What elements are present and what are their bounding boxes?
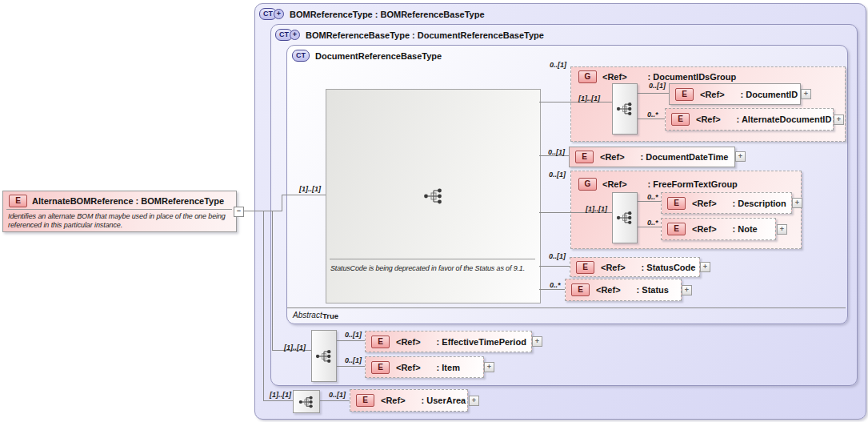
expand-icon[interactable]: + bbox=[484, 362, 494, 372]
element-icon: E bbox=[371, 361, 390, 374]
collapse-icon[interactable]: − bbox=[234, 207, 244, 217]
element-icon: E bbox=[667, 223, 686, 235]
element-icon: E bbox=[9, 195, 27, 207]
element-note[interactable]: E <Ref> : Note bbox=[661, 218, 776, 240]
element-name: : EffectiveTimePeriod bbox=[437, 337, 526, 347]
ref-label: <Ref> bbox=[692, 224, 717, 234]
ref-label: <Ref> bbox=[396, 337, 421, 347]
element-status[interactable]: E <Ref> : Status bbox=[565, 279, 682, 301]
element-alternatedocumentid[interactable]: E <Ref> : AlternateDocumentID bbox=[665, 108, 834, 131]
ref-label: <Ref> bbox=[381, 396, 406, 405]
connector-line bbox=[539, 289, 565, 290]
element-icon: E bbox=[356, 394, 374, 407]
element-name: : AlternateDocumentID bbox=[737, 115, 832, 124]
connector-line bbox=[263, 211, 264, 400]
complextype-title: BOMReferenceType : BOMReferenceBaseType bbox=[290, 10, 485, 19]
cardinality-label: [1]..[1] bbox=[299, 185, 321, 193]
complextype-title: BOMReferenceBaseType : DocumentReference… bbox=[306, 30, 544, 40]
complextype-header[interactable]: CT+ BOMReferenceType : BOMReferenceBaseT… bbox=[259, 8, 485, 20]
sequence-icon bbox=[314, 348, 334, 364]
ref-label: <Ref> bbox=[600, 152, 625, 162]
element-name: : UserArea bbox=[422, 396, 466, 405]
expand-icon[interactable]: + bbox=[700, 262, 710, 272]
divider bbox=[287, 307, 846, 308]
cardinality-label: 0..* bbox=[647, 111, 658, 119]
sequence-icon-freeformtextgroup[interactable] bbox=[612, 192, 638, 243]
sequence-icon bbox=[615, 101, 634, 117]
sequence-icon-basetype[interactable] bbox=[311, 330, 337, 382]
complextype-header[interactable]: CT DocumentReferenceBaseType bbox=[292, 50, 442, 62]
sequence-icon-documentidsgroup[interactable] bbox=[612, 83, 638, 135]
element-title: AlternateBOMReference : BOMReferenceType bbox=[32, 196, 224, 206]
group-icon: G bbox=[578, 178, 597, 191]
element-effectivetimeperiod[interactable]: E <Ref> : EffectiveTimePeriod bbox=[365, 331, 532, 352]
derived-type-icon: + bbox=[274, 9, 284, 19]
ref-label: <Ref> bbox=[602, 179, 627, 189]
element-statuscode[interactable]: E <Ref> : StatusCode bbox=[570, 257, 700, 277]
element-alternatebomreference[interactable]: E AlternateBOMReference : BOMReferenceTy… bbox=[2, 191, 237, 232]
cardinality-label: [1]..[1] bbox=[578, 94, 600, 102]
cardinality-label: [1]..[1] bbox=[586, 205, 607, 213]
element-documentid[interactable]: E <Ref> : DocumentID bbox=[669, 83, 801, 105]
divider bbox=[330, 259, 535, 259]
cardinality-label: 0..[1] bbox=[548, 148, 565, 156]
cardinality-label: 0..* bbox=[550, 281, 561, 289]
group-header[interactable]: G <Ref> : FreeFormTextGroup bbox=[578, 178, 738, 191]
sequence-icon bbox=[615, 210, 634, 226]
cardinality-label: 0..* bbox=[647, 193, 658, 201]
deprecation-note: StatusCode is being deprecated in favor … bbox=[330, 264, 525, 272]
connector-line bbox=[282, 195, 282, 211]
sequence-icon bbox=[298, 395, 315, 409]
expand-icon[interactable]: + bbox=[777, 224, 787, 235]
group-name: : DocumentIDsGroup bbox=[648, 72, 737, 82]
ref-label: <Ref> bbox=[696, 115, 721, 124]
ref-label: <Ref> bbox=[700, 90, 725, 99]
connector-line bbox=[272, 211, 273, 350]
connector-line bbox=[636, 201, 661, 202]
connector-line bbox=[636, 93, 669, 94]
ref-label: <Ref> bbox=[692, 199, 717, 208]
complextype-header[interactable]: CT+ BOMReferenceBaseType : DocumentRefer… bbox=[275, 29, 544, 41]
schema-diagram: CT+ BOMReferenceType : BOMReferenceBaseT… bbox=[0, 0, 868, 422]
cardinality-label: [1]..[1] bbox=[284, 344, 306, 352]
expand-icon[interactable]: + bbox=[801, 89, 811, 99]
element-icon: E bbox=[571, 283, 590, 296]
element-name: : StatusCode bbox=[642, 263, 696, 272]
sequence-icon bbox=[422, 187, 445, 206]
group-icon: G bbox=[578, 70, 597, 83]
expand-icon[interactable]: + bbox=[469, 396, 479, 406]
element-name: : Description bbox=[733, 199, 786, 208]
group-name: : FreeFormTextGroup bbox=[648, 179, 738, 189]
element-icon: E bbox=[667, 197, 686, 210]
derived-type-icon: + bbox=[290, 30, 300, 40]
cardinality-label: 0..[1] bbox=[550, 61, 566, 69]
element-userarea[interactable]: E <Ref> : UserArea bbox=[350, 389, 468, 412]
element-documentdatetime[interactable]: E <Ref> : DocumentDateTime bbox=[569, 147, 735, 167]
element-icon: E bbox=[575, 151, 594, 163]
connector-line bbox=[335, 366, 365, 367]
ref-label: <Ref> bbox=[601, 263, 626, 272]
element-name: : DocumentID bbox=[741, 90, 798, 99]
cardinality-label: [1]..[1] bbox=[270, 391, 291, 399]
complextype-icon: CT bbox=[292, 50, 310, 62]
element-name: : Item bbox=[437, 363, 460, 372]
expand-icon[interactable]: + bbox=[682, 285, 692, 295]
cardinality-label: 0..[1] bbox=[345, 331, 362, 339]
ref-label: <Ref> bbox=[596, 285, 621, 295]
connector-line bbox=[335, 340, 365, 341]
expand-icon[interactable]: + bbox=[735, 151, 746, 162]
sequence-icon-roottype[interactable] bbox=[293, 390, 320, 413]
element-description[interactable]: E <Ref> : Description bbox=[661, 192, 792, 214]
element-icon: E bbox=[671, 113, 690, 126]
expand-icon[interactable]: + bbox=[532, 336, 542, 347]
element-item[interactable]: E <Ref> : Item bbox=[365, 356, 484, 378]
connector-line bbox=[242, 211, 282, 211]
expand-icon[interactable]: + bbox=[834, 115, 844, 125]
connector-line bbox=[263, 400, 293, 401]
ref-label: <Ref> bbox=[396, 363, 421, 372]
abstract-value: True bbox=[322, 311, 338, 320]
element-annotation: Identifies an alternate BOM that maybe u… bbox=[8, 212, 234, 230]
connector-line bbox=[636, 119, 665, 119]
abstract-label: Abstract bbox=[293, 311, 322, 320]
expand-icon[interactable]: + bbox=[792, 198, 802, 208]
